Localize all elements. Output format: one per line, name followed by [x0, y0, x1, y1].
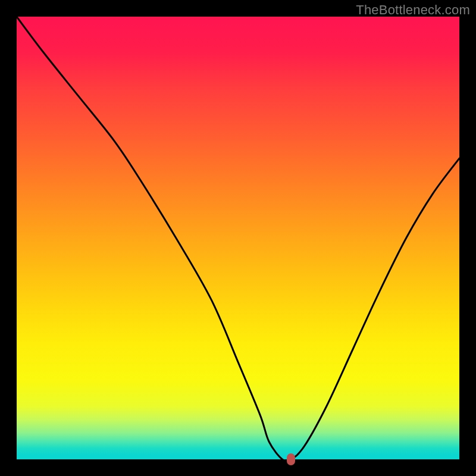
watermark-text: TheBottleneck.com: [356, 2, 470, 18]
plot-area: [17, 17, 459, 459]
curve-path: [17, 17, 459, 461]
chart-frame: TheBottleneck.com: [0, 0, 476, 476]
bottleneck-curve: [17, 17, 459, 459]
optimal-point-marker: [287, 453, 295, 465]
